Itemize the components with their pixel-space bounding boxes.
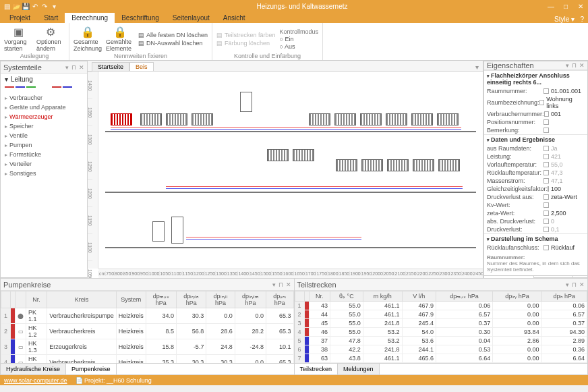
tank[interactable]	[240, 92, 252, 112]
dn-auswahl-loeschen[interactable]: ▤ DN-Auswahl löschen	[138, 40, 208, 47]
radiator[interactable]	[413, 159, 434, 171]
table-row[interactable]: 76343.8461.1465.66.640.006.64	[295, 354, 587, 363]
prop-row[interactable]: zeta-Wert:2,500	[484, 209, 587, 217]
alle-festen-dn-loeschen[interactable]: ▤ Alle festen DN löschen	[138, 32, 208, 38]
minimize-icon[interactable]: —	[546, 3, 556, 10]
gesamte-zeichnung-button[interactable]: 🔒Gesamte Zeichnung	[74, 25, 102, 53]
table-row[interactable]: 14355.0461.1467.90.060.000.06	[295, 302, 587, 310]
radiator[interactable]	[192, 113, 213, 125]
pin-icon[interactable]: ⊓	[71, 64, 76, 71]
tree-node[interactable]: Verbraucher	[1, 93, 87, 103]
radiator[interactable]	[336, 159, 357, 171]
radiator[interactable]	[437, 113, 459, 125]
help-icon[interactable]: ?	[580, 16, 584, 23]
radiator[interactable]	[334, 113, 356, 125]
radiator-selected[interactable]	[111, 113, 132, 125]
prop-row[interactable]: Positionsnummer:	[484, 118, 587, 126]
doctab-startseite[interactable]: Startseite	[92, 62, 129, 71]
tab-ansicht[interactable]: Ansicht	[216, 13, 252, 23]
bottab-hydraulische[interactable]: Hydraulische Kreise	[1, 364, 66, 374]
bottab-teilstrecken[interactable]: Teilstrecken	[295, 364, 339, 374]
table-row[interactable]: 53747.853.253.60.042.862.89	[295, 337, 587, 345]
close-panel-icon[interactable]: ✕	[579, 62, 585, 69]
prop-row[interactable]: Raumbezeichnung:Wohnung links	[484, 95, 587, 110]
tree-node[interactable]: Verteiler	[1, 159, 87, 169]
radiator[interactable]	[267, 149, 289, 161]
radiator[interactable]	[386, 113, 407, 125]
table-row[interactable]: 2▭HK 1.2VerbraucherkreisHeizkreis8.556.8…	[1, 324, 294, 339]
tab-projekt[interactable]: Projekt	[3, 13, 37, 23]
prop-row[interactable]: Rücklaufanschluss:Rücklauf	[484, 244, 587, 252]
table-row[interactable]: 3▭HK 1.3ErzeugerkreisHeizkreis15.8-5.724…	[1, 339, 294, 355]
swatch-red[interactable]	[5, 86, 14, 88]
pin-icon[interactable]: ⊓	[572, 281, 577, 288]
schematic-drawing[interactable]	[98, 72, 483, 269]
pin-icon[interactable]: ⊓	[278, 281, 283, 288]
dropdown-icon[interactable]: ▾	[566, 281, 569, 288]
teilstrecken-grid[interactable]: Nr.θₐ °Cm kg/hV l/hdpₘᵤₓ hPadpₗᵣᵧ hPadpₕ…	[295, 291, 588, 363]
prop-row[interactable]: Druckverlust:0,1	[484, 225, 587, 233]
dropdown-icon[interactable]: ▾	[272, 281, 276, 288]
radiator[interactable]	[293, 149, 314, 161]
prop-section-1[interactable]: Flachheizkörper Anschluss einseitig rech…	[484, 70, 587, 87]
maximize-icon[interactable]: □	[561, 3, 570, 10]
storage-tank[interactable]	[171, 217, 183, 244]
close-panel-icon[interactable]: ✕	[286, 281, 291, 288]
status-url[interactable]: www.solar-computer.de	[4, 377, 67, 384]
table-row[interactable]: 24455.0461.1467.96.570.006.57	[295, 310, 587, 319]
qat-dropdown-icon[interactable]: ▾	[50, 2, 58, 10]
tree-node[interactable]: Wärmeerzeuger	[1, 112, 87, 121]
doctab-menu-icon[interactable]: ▾	[471, 63, 483, 71]
radiator[interactable]	[387, 159, 409, 171]
table-row[interactable]: 34555.0241.8245.40.370.000.37	[295, 319, 587, 328]
radio-ein[interactable]: ○ Ein	[280, 36, 319, 43]
leitung-header[interactable]: ▾ Leitung	[1, 74, 87, 85]
menu-icon[interactable]: ▤	[3, 2, 11, 10]
prop-row[interactable]: Raumnummer:01.001.001	[484, 87, 587, 95]
radiator[interactable]	[411, 113, 433, 125]
gewaehlte-elemente-button[interactable]: 🔒Gewählte Elemente	[106, 25, 134, 53]
prop-row[interactable]: Druckverlust aus:zeta-Wert	[484, 193, 587, 201]
bottab-pumpenkreise[interactable]: Pumpenkreise	[66, 364, 117, 374]
tab-beschriftung[interactable]: Beschriftung	[115, 13, 166, 23]
canvas[interactable]: 14001350130012501200115011001050	[88, 72, 483, 278]
doctab-beis[interactable]: Beis	[129, 62, 154, 71]
prop-row[interactable]: Leistung:421	[484, 152, 587, 161]
radiator[interactable]	[166, 113, 187, 125]
tab-seitenlayout[interactable]: Seitenlayout	[166, 13, 216, 23]
prop-row[interactable]: Gleichzeitigkeitsfaktor:100	[484, 185, 587, 193]
dropdown-icon[interactable]: ▾	[566, 62, 569, 69]
undo-icon[interactable]: ↶	[31, 2, 39, 10]
open-icon[interactable]: 📂	[12, 2, 20, 10]
prop-row[interactable]: Vorlauftemperatur:55,0	[484, 161, 587, 169]
boiler[interactable]	[152, 221, 165, 242]
tree-node[interactable]: Ventile	[1, 131, 87, 140]
prop-section-2[interactable]: Daten und Ergebnisse	[484, 134, 587, 144]
style-dropdown[interactable]: Style ▾ ?	[554, 16, 588, 23]
prop-row[interactable]: aus Raumdaten:Ja	[484, 144, 587, 152]
table-row[interactable]: 44655.053.254.00.3093.8494.30	[295, 328, 587, 337]
save-icon[interactable]: 💾	[22, 2, 30, 10]
tab-berechnung[interactable]: Berechnung	[65, 13, 115, 23]
swatch-blue2[interactable]	[63, 86, 72, 88]
pumpenkreise-grid[interactable]: Nr.KreisSystemdpₘᵤₓ hPadpₗᵣᵧᵢₙ hPadpₗᵣᵧᵢ…	[1, 291, 294, 363]
table-row[interactable]: 4▭HK 1.5VerbraucherkreisHeizkreis35.330.…	[1, 355, 294, 364]
tree-node[interactable]: Speicher	[1, 121, 87, 131]
swatch-green[interactable]	[26, 86, 36, 88]
prop-row[interactable]: Kv-Wert:	[484, 201, 587, 209]
prop-section-3[interactable]: Darstellung im Schema	[484, 233, 587, 244]
tree-node[interactable]: Pumpen	[1, 140, 87, 150]
prop-row[interactable]: Verbrauchernummer:001	[484, 110, 587, 118]
swatch-blue[interactable]	[16, 86, 25, 88]
tree-node[interactable]: Geräte und Apparate	[1, 103, 87, 112]
table-row[interactable]: 1⬤PK 1.1VerbraucherkreispumpeHeizkreis34…	[1, 308, 294, 324]
vorgang-starten-button[interactable]: ▣Vorgang starten	[4, 25, 32, 53]
tab-start[interactable]: Start	[37, 13, 65, 23]
tree-node[interactable]: Sonstiges	[1, 169, 87, 178]
bottab-meldungen[interactable]: Meldungen	[338, 364, 380, 374]
close-icon[interactable]: ✕	[576, 3, 585, 10]
radio-aus[interactable]: ○ Aus	[280, 43, 319, 50]
radiator[interactable]	[360, 113, 382, 125]
prop-row[interactable]: Massenstrom:47,1	[484, 177, 587, 185]
dropdown-icon[interactable]: ▾	[65, 64, 69, 71]
